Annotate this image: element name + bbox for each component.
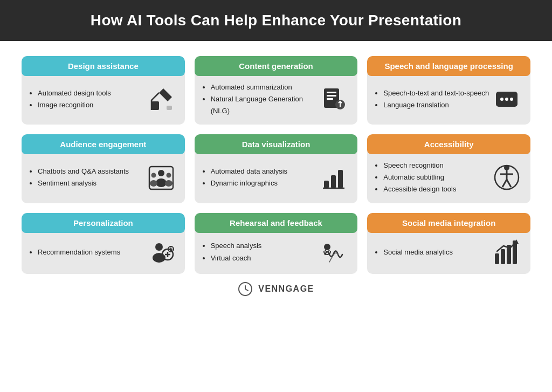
card-audience-engagement: Audience engagementChatbots and Q&A assi… xyxy=(22,134,185,203)
card-header-rehearsal-feedback: Rehearsal and feedback xyxy=(195,213,358,233)
svg-rect-0 xyxy=(151,101,159,110)
card-header-accessibility: Accessibility xyxy=(367,134,530,154)
list-item: Automated design tools xyxy=(38,87,144,99)
list-item: Social media analytics xyxy=(383,246,489,258)
list-item: Dynamic infographics xyxy=(211,177,317,189)
svg-line-29 xyxy=(502,180,507,187)
svg-point-13 xyxy=(505,98,508,101)
card-header-data-visualization: Data visualization xyxy=(195,134,358,154)
page-title: How AI Tools Can Help Enhance Your Prese… xyxy=(11,12,541,29)
card-body-data-visualization: Automated data analysisDynamic infograph… xyxy=(195,154,358,195)
card-data-visualization: Data visualizationAutomated data analysi… xyxy=(195,134,358,203)
list-item: Automated data analysis xyxy=(211,166,317,177)
card-header-speech-language: Speech and language processing xyxy=(367,56,530,76)
card-body-content-generation: Automated summarizationNatural Language … xyxy=(195,76,358,117)
svg-point-17 xyxy=(151,173,156,178)
speech-icon xyxy=(489,85,524,113)
list-item: Automatic subtitling xyxy=(383,171,489,183)
svg-point-32 xyxy=(155,243,163,251)
card-body-speech-language: Speech-to-text and text-to-speechLanguag… xyxy=(367,76,530,117)
svg-line-30 xyxy=(507,180,511,187)
list-item: Virtual coach xyxy=(211,252,317,264)
card-header-social-media: Social media integration xyxy=(367,213,530,233)
main-content: Design assistanceAutomated design toolsI… xyxy=(0,41,552,302)
card-body-social-media: Social media analytics xyxy=(367,233,530,266)
card-text-rehearsal-feedback: Speech analysisVirtual coach xyxy=(202,240,317,264)
list-item: Accessible design tools xyxy=(383,183,489,195)
audience-icon xyxy=(144,163,178,191)
svg-point-18 xyxy=(150,180,157,187)
card-body-audience-engagement: Chatbots and Q&A assistantsSentiment ana… xyxy=(22,154,185,195)
card-header-content-generation: Content generation xyxy=(195,56,358,76)
datavis-icon xyxy=(316,163,351,191)
svg-point-36 xyxy=(324,244,330,250)
list-item: Speech analysis xyxy=(211,240,317,252)
svg-rect-22 xyxy=(324,181,329,188)
header: How AI Tools Can Help Enhance Your Prese… xyxy=(0,0,552,41)
svg-point-12 xyxy=(500,98,503,101)
list-item: Language translation xyxy=(383,99,489,111)
svg-rect-8 xyxy=(327,98,333,100)
list-item: Automated summarization xyxy=(211,81,317,93)
list-item: Natural Language Generation (NLG) xyxy=(211,93,317,117)
list-item: Recommendation systems xyxy=(38,246,144,258)
card-speech-language: Speech and language processingSpeech-to-… xyxy=(367,56,530,125)
svg-rect-38 xyxy=(501,249,505,264)
list-item: Speech recognition xyxy=(383,160,489,171)
svg-point-14 xyxy=(510,98,513,101)
card-header-design-assistance: Design assistance xyxy=(22,56,185,76)
svg-rect-4 xyxy=(167,106,172,110)
card-social-media: Social media integrationSocial media ana… xyxy=(367,213,530,274)
svg-point-15 xyxy=(158,170,164,176)
content-icon xyxy=(316,85,351,113)
svg-rect-24 xyxy=(338,170,343,188)
list-item: Chatbots and Q&A assistants xyxy=(38,166,144,177)
card-text-content-generation: Automated summarizationNatural Language … xyxy=(202,81,317,117)
card-text-accessibility: Speech recognitionAutomatic subtitlingAc… xyxy=(375,160,489,195)
personalization-icon xyxy=(144,238,178,266)
accessibility-icon xyxy=(489,163,524,191)
svg-point-19 xyxy=(166,173,171,178)
card-body-accessibility: Speech recognitionAutomatic subtitlingAc… xyxy=(367,154,530,195)
svg-line-2 xyxy=(151,93,159,100)
social-icon xyxy=(489,238,524,266)
clock-icon xyxy=(238,281,253,297)
card-text-data-visualization: Automated data analysisDynamic infograph… xyxy=(202,166,317,189)
card-content-generation: Content generationAutomated summarizatio… xyxy=(195,56,358,125)
card-rehearsal-feedback: Rehearsal and feedbackSpeech analysisVir… xyxy=(195,213,358,274)
cards-grid: Design assistanceAutomated design toolsI… xyxy=(22,56,530,274)
svg-rect-37 xyxy=(495,253,499,264)
card-design-assistance: Design assistanceAutomated design toolsI… xyxy=(22,56,185,125)
brand-name: VENNGAGE xyxy=(258,284,314,294)
card-text-speech-language: Speech-to-text and text-to-speechLanguag… xyxy=(375,87,489,111)
card-text-audience-engagement: Chatbots and Q&A assistantsSentiment ana… xyxy=(29,166,144,189)
card-header-audience-engagement: Audience engagement xyxy=(22,134,185,154)
card-body-personalization: Recommendation systems xyxy=(22,233,185,266)
svg-point-20 xyxy=(165,180,172,187)
svg-marker-1 xyxy=(159,88,172,101)
svg-rect-7 xyxy=(327,95,336,97)
card-text-social-media: Social media analytics xyxy=(375,246,489,258)
footer: VENNGAGE xyxy=(22,274,530,297)
design-icon xyxy=(144,85,178,113)
card-personalization: PersonalizationRecommendation systems xyxy=(22,213,185,274)
rehearsal-icon xyxy=(316,238,351,266)
card-body-rehearsal-feedback: Speech analysisVirtual coach xyxy=(195,233,358,266)
svg-rect-23 xyxy=(331,175,336,188)
card-text-personalization: Recommendation systems xyxy=(29,246,144,258)
list-item: Image recognition xyxy=(38,99,144,111)
card-header-personalization: Personalization xyxy=(22,213,185,233)
card-accessibility: AccessibilitySpeech recognitionAutomatic… xyxy=(367,134,530,203)
svg-rect-6 xyxy=(327,92,336,93)
list-item: Sentiment analysis xyxy=(38,177,144,189)
svg-line-44 xyxy=(245,289,248,291)
card-text-design-assistance: Automated design toolsImage recognition xyxy=(29,87,144,111)
card-body-design-assistance: Automated design toolsImage recognition xyxy=(22,76,185,117)
svg-point-16 xyxy=(156,178,167,187)
list-item: Speech-to-text and text-to-speech xyxy=(383,87,489,99)
